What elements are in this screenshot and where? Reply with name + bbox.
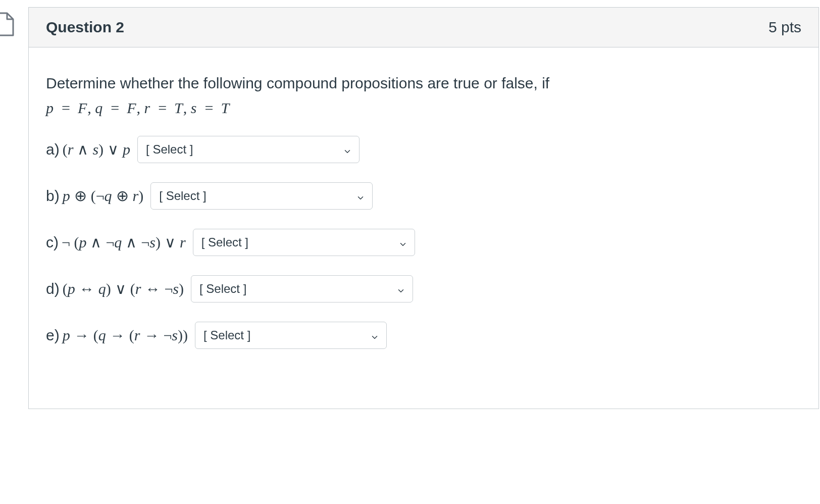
given-values: p = F, q = F, r = T, s = T xyxy=(46,99,801,117)
part-a-expression: a)(r∧s)∨p xyxy=(46,140,130,158)
part-b-expression: b)p⊕(¬q⊕r) xyxy=(46,187,143,205)
question-prompt: Determine whether the following compound… xyxy=(46,72,801,95)
select-placeholder: [ Select ] xyxy=(203,328,250,342)
question-header: Question 2 5 pts xyxy=(29,8,818,47)
page-outline-icon xyxy=(0,11,15,37)
question-points: 5 pts xyxy=(768,19,801,36)
chevron-down-icon xyxy=(370,331,379,340)
part-c-select[interactable]: [ Select ] xyxy=(193,229,415,256)
select-placeholder: [ Select ] xyxy=(159,189,206,203)
select-placeholder: [ Select ] xyxy=(146,142,193,157)
question-title: Question 2 xyxy=(46,19,124,36)
chevron-down-icon xyxy=(343,145,352,154)
part-a-row: a)(r∧s)∨p [ Select ] xyxy=(46,136,801,163)
part-d-row: d)(p↔q)∨(r↔¬s) [ Select ] xyxy=(46,275,801,303)
chevron-down-icon xyxy=(398,238,407,247)
part-e-expression: e)p→(q→(r→¬s)) xyxy=(46,327,188,344)
part-e-row: e)p→(q→(r→¬s)) [ Select ] xyxy=(46,322,801,349)
part-e-select[interactable]: [ Select ] xyxy=(195,322,387,349)
part-d-expression: d)(p↔q)∨(r↔¬s) xyxy=(46,280,184,297)
select-placeholder: [ Select ] xyxy=(201,235,248,249)
chevron-down-icon xyxy=(356,191,365,200)
part-c-expression: c)¬ (p∧¬q∧¬s)∨r xyxy=(46,233,186,251)
part-b-row: b)p⊕(¬q⊕r) [ Select ] xyxy=(46,182,801,210)
question-body: Determine whether the following compound… xyxy=(29,47,818,409)
part-b-select[interactable]: [ Select ] xyxy=(150,182,373,210)
chevron-down-icon xyxy=(396,284,405,293)
select-placeholder: [ Select ] xyxy=(199,282,246,296)
part-c-row: c)¬ (p∧¬q∧¬s)∨r [ Select ] xyxy=(46,229,801,256)
question-card: Question 2 5 pts Determine whether the f… xyxy=(28,7,819,409)
part-d-select[interactable]: [ Select ] xyxy=(191,275,413,303)
part-a-select[interactable]: [ Select ] xyxy=(137,136,360,163)
